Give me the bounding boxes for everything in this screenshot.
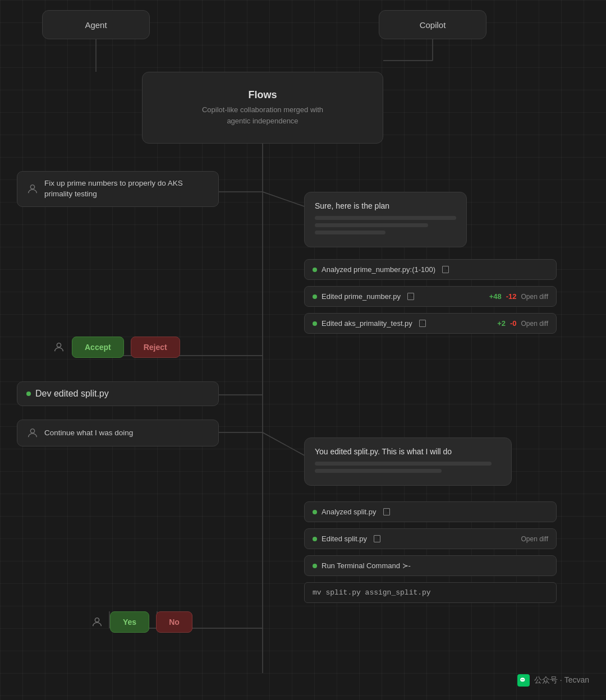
- agent-node: Agent: [42, 10, 150, 39]
- accept-button[interactable]: Accept: [72, 337, 124, 358]
- open-diff-split[interactable]: Open diff: [521, 535, 548, 543]
- edited-split: Edited split.py Open diff: [304, 528, 557, 549]
- stat-add-prime: +48: [489, 292, 502, 301]
- terminal-command-box: mv split.py assign_split.py: [304, 582, 557, 603]
- stat-remove-aks: -0: [510, 319, 517, 328]
- dot-edited-prime: [313, 294, 317, 299]
- continue-text: Continue what I was doing: [44, 428, 133, 439]
- svg-point-21: [520, 678, 525, 681]
- bubble2-line2: [315, 469, 442, 473]
- file-icon-edited-prime: [407, 293, 414, 300]
- flows-title: Flows: [248, 89, 277, 101]
- file-icon-edited-split: [374, 535, 380, 542]
- watermark: 公众号 · Tecvan: [517, 674, 589, 687]
- user-icon-prime: [26, 183, 39, 195]
- dot-analyzed-split: [313, 510, 317, 514]
- flows-node: Flows Copilot-like collaboration merged …: [142, 72, 383, 144]
- no-button[interactable]: No: [156, 611, 192, 633]
- terminal-command: mv split.py assign_split.py: [313, 588, 431, 597]
- diff-stats-prime: +48 -12 Open diff: [489, 292, 548, 301]
- file-icon-analyzed-split: [383, 508, 390, 515]
- edited-prime-text: Edited prime_number.py: [322, 292, 401, 301]
- dev-edited-text: Dev edited split.py: [35, 389, 109, 399]
- stat-remove-prime: -12: [506, 292, 517, 301]
- yes-no-container: Yes No: [91, 611, 192, 633]
- analyzed-split-text: Analyzed split.py: [322, 508, 377, 516]
- bubble1-line2: [315, 223, 428, 227]
- edited-split-text: Edited split.py: [322, 535, 367, 543]
- diff-stats-split: Open diff: [521, 535, 548, 543]
- edited-aks: Edited aks_primality_test.py +2 -0 Open …: [304, 313, 557, 334]
- watermark-text: 公众号 · Tecvan: [534, 675, 589, 685]
- yes-button[interactable]: Yes: [110, 611, 149, 633]
- continue-node: Continue what I was doing: [17, 420, 219, 446]
- dot-analyzed-prime: [313, 268, 317, 272]
- edited-aks-text: Edited aks_primality_test.py: [322, 319, 412, 328]
- analyzed-prime: Analyzed prime_number.py:(1-100): [304, 259, 557, 280]
- bubble2-title: You edited split.py. This is what I will…: [315, 447, 501, 456]
- file-icon-edited-aks: [419, 320, 426, 327]
- analyzed-split: Analyzed split.py: [304, 501, 557, 522]
- open-diff-prime[interactable]: Open diff: [521, 293, 548, 301]
- reject-button[interactable]: Reject: [131, 337, 180, 358]
- analyzed-prime-text: Analyzed prime_number.py:(1-100): [322, 265, 435, 274]
- dot-edited-split: [313, 537, 317, 541]
- bubble2-line1: [315, 462, 492, 466]
- svg-point-22: [521, 679, 522, 680]
- copilot-node: Copilot: [379, 10, 486, 39]
- chat-bubble-2: You edited split.py. This is what I will…: [304, 438, 512, 486]
- svg-point-19: [30, 429, 34, 433]
- terminal-action: Run Terminal Command ≻-: [304, 555, 557, 576]
- flows-description: Copilot-like collaboration merged withag…: [202, 104, 323, 126]
- dot-terminal: [313, 564, 317, 568]
- svg-line-10: [263, 432, 307, 457]
- svg-point-18: [57, 343, 61, 347]
- diff-stats-aks: +2 -0 Open diff: [497, 319, 548, 328]
- open-diff-aks[interactable]: Open diff: [521, 320, 548, 328]
- dot-edited-aks: [313, 321, 317, 326]
- edited-prime: Edited prime_number.py +48 -12 Open diff: [304, 286, 557, 307]
- wechat-icon: [517, 674, 530, 687]
- accept-reject-container: Accept Reject: [53, 337, 180, 358]
- stat-add-aks: +2: [497, 319, 506, 328]
- bubble1-line3: [315, 231, 385, 234]
- dev-edited-node: Dev edited split.py: [17, 381, 219, 406]
- user-icon-accept: [53, 341, 65, 353]
- svg-point-20: [95, 618, 99, 622]
- bubble1-title: Sure, here is the plan: [315, 201, 456, 210]
- user-icon-continue: [26, 427, 39, 439]
- copilot-label: Copilot: [420, 20, 446, 30]
- prime-task-text: Fix up prime numbers to properly do AKS …: [44, 178, 209, 200]
- svg-point-23: [523, 679, 524, 680]
- agent-label: Agent: [85, 20, 107, 30]
- file-icon-analyzed-prime: [442, 266, 449, 273]
- user-icon-yesno: [91, 616, 103, 628]
- diagram: Agent Copilot Flows Copilot-like collabo…: [0, 0, 606, 700]
- terminal-label-text: Run Terminal Command ≻-: [322, 561, 411, 570]
- svg-line-5: [263, 192, 307, 208]
- bubble1-line1: [315, 216, 456, 220]
- prime-task-node: Fix up prime numbers to properly do AKS …: [17, 171, 219, 207]
- svg-point-17: [30, 185, 34, 189]
- green-dot: [26, 392, 31, 396]
- chat-bubble-1: Sure, here is the plan: [304, 192, 467, 247]
